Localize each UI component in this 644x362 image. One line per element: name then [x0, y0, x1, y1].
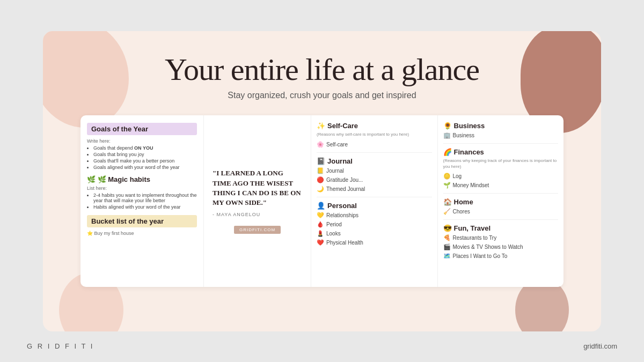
personal-item-2: 🩸 Period — [317, 221, 432, 228]
magic-list-here: List here: — [87, 186, 197, 191]
personal-item-3: 💄 Looks — [317, 230, 432, 237]
finances-item-1-label: Log — [453, 173, 462, 179]
page-wrapper: G R I D F I T I gridfiti.com Your entire… — [0, 0, 644, 362]
journal-item-1-label: Journal — [326, 168, 344, 174]
leaf-icon: 🌿 — [87, 175, 96, 183]
business-icon: 🌻 — [443, 122, 452, 130]
goals-write-here: Write here: — [87, 138, 197, 144]
branding-right: gridfiti.com — [583, 342, 617, 350]
header-section: Your entire life at a glance Stay organi… — [165, 31, 479, 106]
journal-item-1-icon: 📒 — [317, 167, 324, 174]
fun-travel-header: 😎 Fun, Travel — [443, 224, 559, 232]
content-card: Goals of the Year Write here: Goals that… — [80, 115, 564, 287]
watermark: GRIDFITI.COM — [234, 226, 281, 234]
journal-item-3: 🌙 Themed Journal — [317, 186, 432, 193]
fun-travel-item-1-icon: 🍕 — [443, 234, 451, 241]
fun-travel-item-1: 🍕 Restaurants to Try — [443, 234, 559, 241]
journal-item-2: 🔴 Gratitude Jou... — [317, 176, 432, 183]
main-title: Your entire life at a glance — [165, 53, 479, 87]
self-care-icon: ✨ — [317, 122, 325, 130]
personal-item-3-label: Looks — [326, 231, 341, 237]
finances-title: Finances — [454, 148, 484, 156]
fun-travel-item-2-label: Movies & TV Shows to Watch — [453, 244, 523, 250]
personal-item-1-label: Relationships — [326, 212, 358, 218]
personal-item-2-icon: 🩸 — [317, 221, 324, 228]
fun-travel-item-1-label: Restaurants to Try — [453, 235, 497, 241]
self-care-item: 🌸 Self-care — [317, 141, 432, 148]
business-item-1-label: Business — [453, 132, 475, 138]
list-item: 2-4 habits you want to implement through… — [93, 193, 197, 203]
goals-list: Goals that depend ON YOU Goals that brin… — [87, 145, 197, 170]
col-self-care-journal-personal: ✨ Self-Care (Reasons why self-care is im… — [311, 115, 438, 287]
journal-item-3-label: Themed Journal — [326, 186, 365, 192]
journal-header: 📓 Journal — [317, 157, 432, 165]
home-item-1-icon: 🧹 — [443, 208, 451, 215]
list-item: Goals aligned with your word of the year — [93, 165, 197, 170]
business-item-1-icon: 🏢 — [443, 132, 451, 139]
list-item: Goals that bring you joy — [93, 152, 197, 157]
home-header: 🏠 Home — [443, 198, 559, 206]
journal-title: Journal — [327, 157, 353, 165]
quote-text: "I LEARNED A LONG TIME AGO THE WISEST TH… — [213, 168, 302, 208]
self-care-item-icon: 🌸 — [317, 141, 324, 148]
goals-title: Goals of the Year — [87, 123, 197, 135]
fun-travel-item-3-icon: 🗺️ — [443, 253, 451, 260]
finances-header: 🌈 Finances — [443, 148, 559, 156]
personal-title: Personal — [327, 202, 357, 210]
finances-item-1-icon: 🪙 — [443, 173, 451, 180]
home-item-1: 🧹 Chores — [443, 208, 559, 215]
self-care-item-label: Self-care — [326, 142, 348, 147]
finances-desc: (Reasons why keeping track of your finan… — [443, 158, 559, 169]
home-title: Home — [454, 198, 473, 206]
list-item: Habits aligned with your word of the yea… — [93, 204, 197, 210]
magic-title: 🌿 🌿 Magic habits — [87, 175, 197, 183]
divider — [443, 193, 559, 194]
business-title: Business — [454, 122, 485, 130]
magic-list: 2-4 habits you want to implement through… — [87, 193, 197, 210]
list-item: Goals that depend ON YOU — [93, 145, 197, 151]
journal-item-1: 📒 Journal — [317, 167, 432, 174]
personal-item-2-label: Period — [326, 221, 342, 227]
home-item-1-label: Chores — [453, 209, 470, 215]
bucket-item: ⭐ Buy my first house — [87, 231, 197, 236]
business-header: 🌻 Business — [443, 122, 559, 130]
fun-travel-icon: 😎 — [443, 224, 452, 232]
quote-author: - MAYA ANGELOU — [213, 212, 302, 217]
personal-item-1-icon: 💛 — [317, 212, 324, 219]
fun-travel-item-2-icon: 🎬 — [443, 243, 451, 250]
business-item-1: 🏢 Business — [443, 132, 559, 139]
journal-item-2-label: Gratitude Jou... — [326, 177, 363, 183]
self-care-desc: (Reasons why self-care is important to y… — [317, 132, 432, 137]
personal-item-4-icon: ❤️ — [317, 239, 324, 246]
finances-item-2-icon: 🌱 — [443, 182, 451, 189]
self-care-title: Self-Care — [327, 122, 358, 130]
finances-item-2-label: Money Mindset — [453, 182, 489, 188]
fun-travel-item-2: 🎬 Movies & TV Shows to Watch — [443, 243, 559, 250]
journal-item-2-icon: 🔴 — [317, 176, 324, 183]
finances-item-2: 🌱 Money Mindset — [443, 182, 559, 189]
finances-icon: 🌈 — [443, 148, 452, 156]
branding-left: G R I D F I T I — [27, 342, 94, 350]
subtitle: Stay organized, crush your goals and get… — [165, 91, 479, 100]
col-business-finances-home-fun: 🌻 Business 🏢 Business 🌈 Finances (Reason… — [438, 115, 564, 287]
journal-item-3-icon: 🌙 — [317, 186, 324, 193]
divider — [443, 143, 559, 144]
finances-item-1: 🪙 Log — [443, 173, 559, 180]
right-area: ✨ Self-Care (Reasons why self-care is im… — [311, 115, 564, 287]
divider — [317, 152, 432, 153]
self-care-header: ✨ Self-Care — [317, 122, 432, 130]
blob-top-left — [43, 31, 129, 128]
personal-item-4-label: Physical Health — [326, 240, 363, 246]
main-card: Your entire life at a glance Stay organi… — [43, 31, 601, 331]
fun-travel-item-3-label: Places I Want to Go To — [453, 253, 508, 259]
quote-column: "I LEARNED A LONG TIME AGO THE WISEST TH… — [204, 115, 311, 287]
divider — [443, 219, 559, 220]
personal-icon: 👤 — [317, 202, 325, 210]
journal-icon: 📓 — [317, 157, 325, 165]
left-column: Goals of the Year Write here: Goals that… — [80, 115, 204, 287]
fun-travel-title: Fun, Travel — [454, 224, 491, 232]
bucket-title: Bucket list of the year — [87, 215, 197, 227]
list-item: Goals that'll make you a better person — [93, 158, 197, 164]
home-icon: 🏠 — [443, 198, 452, 206]
fun-travel-item-3: 🗺️ Places I Want to Go To — [443, 253, 559, 260]
